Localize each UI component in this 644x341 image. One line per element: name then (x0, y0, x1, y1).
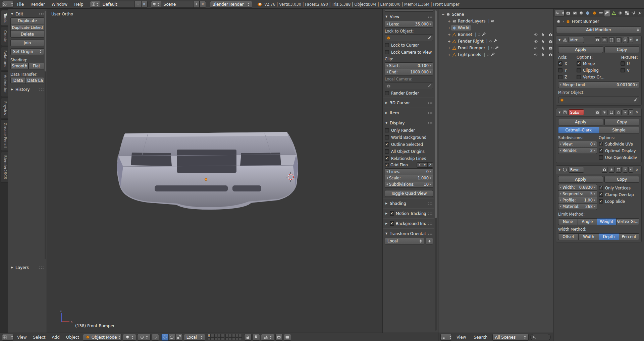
checkbox[interactable] (599, 192, 603, 197)
increment-arrow-icon[interactable] (594, 199, 595, 201)
simple-button[interactable]: Simple (599, 127, 640, 133)
mirror-modifier-header[interactable]: ▼ Mirr ✕ (556, 36, 641, 44)
checkbox[interactable] (385, 142, 389, 147)
editor-type-selector[interactable] (440, 334, 452, 341)
increment-arrow-icon[interactable] (594, 150, 595, 152)
join-button[interactable]: Join (10, 40, 44, 46)
layer-cell[interactable] (221, 337, 224, 340)
display-panel-header[interactable]: ▼Display (385, 119, 433, 126)
layer-cell[interactable] (221, 334, 224, 337)
outliner-search-input[interactable] (530, 334, 551, 340)
checkbox[interactable] (599, 149, 603, 153)
apply-button[interactable]: Apply (558, 176, 603, 183)
outline-selected-row[interactable]: Outline Selected (385, 141, 433, 148)
layer-cell[interactable] (239, 334, 242, 337)
expand-icon[interactable]: + (447, 46, 451, 50)
checkbox[interactable] (577, 68, 581, 72)
checkbox[interactable] (577, 75, 581, 79)
modifier-wrench-icon[interactable] (482, 33, 486, 37)
modifier-wrench-icon[interactable] (491, 53, 495, 57)
increment-arrow-icon[interactable] (430, 71, 431, 73)
tool-shelf-scrollbar-thumb[interactable] (45, 11, 46, 71)
tab-material[interactable] (617, 10, 623, 16)
bevel-width-field[interactable]: Width:0.6830 (558, 184, 597, 191)
layer-cell[interactable] (211, 337, 214, 340)
modifier-name-field[interactable]: Subs (569, 109, 584, 115)
lock-object-field[interactable] (385, 35, 433, 41)
layer-cell[interactable] (232, 337, 235, 340)
modifier-name-field[interactable]: Mirr (569, 37, 584, 43)
loop-slide-row[interactable]: Loop Slide (599, 198, 639, 205)
modifier-name-field[interactable]: Beve (569, 167, 584, 173)
item-panel-header[interactable]: ▶Item (385, 109, 433, 116)
expand-icon[interactable]: ▶ (10, 88, 14, 91)
lock-to-cursor-row[interactable]: Lock to Cursor (385, 42, 433, 48)
checkbox[interactable] (385, 43, 389, 47)
tab-physics[interactable] (637, 10, 643, 16)
add-scene-button[interactable] (193, 1, 200, 8)
width-depth-button[interactable]: Depth (599, 233, 619, 240)
panel-grip[interactable] (428, 122, 433, 124)
axis-x-row[interactable]: X (558, 60, 576, 67)
merge-limit-field[interactable]: Merge Limit:0.001000 (558, 81, 639, 88)
increment-arrow-icon[interactable] (430, 65, 431, 67)
shade-smooth-button[interactable]: Smooth (10, 63, 29, 69)
data-icon[interactable] (490, 46, 494, 50)
clip-end-field[interactable]: End:1000.000 (385, 69, 433, 75)
menu-render[interactable]: Render (28, 0, 48, 8)
tool-tab-grease-pencil[interactable]: Grease Pencil (1, 119, 8, 151)
display-mode-selector[interactable]: All Scenes (492, 334, 529, 341)
view-subdivisions-field[interactable]: View:0 (558, 141, 597, 148)
eyedropper-icon[interactable] (427, 84, 431, 88)
vertex-groups-row[interactable]: Vertex Gr... (577, 74, 620, 80)
toggle-quad-view-button[interactable]: Toggle Quad View (385, 190, 433, 197)
menu-help[interactable]: Help (71, 0, 86, 8)
layer-cell[interactable] (208, 334, 211, 337)
axis-z-row[interactable]: Z (558, 74, 576, 80)
increment-arrow-icon[interactable] (594, 193, 595, 195)
move-up-button[interactable] (623, 109, 628, 115)
axis-z-toggle[interactable]: Z (427, 162, 433, 168)
add-screen-layout-button[interactable] (135, 1, 141, 8)
layer-cell[interactable] (229, 337, 232, 340)
layer-cell[interactable] (235, 337, 238, 340)
delete-scene-button[interactable]: ✕ (200, 1, 206, 8)
scene-lock-toggle[interactable] (244, 334, 252, 341)
render-visibility-toggle[interactable] (595, 37, 600, 43)
editmode-visibility-toggle[interactable] (609, 37, 614, 43)
scene-browse-button[interactable] (151, 1, 161, 8)
decrement-arrow-icon[interactable] (386, 171, 388, 173)
expand-icon[interactable]: ▼ (10, 12, 14, 15)
move-down-button[interactable] (628, 37, 633, 43)
viewport-visibility-toggle[interactable] (602, 110, 607, 115)
layer-icon[interactable] (490, 19, 494, 23)
panel-grip[interactable] (428, 112, 433, 114)
increment-arrow-icon[interactable] (594, 206, 595, 208)
decrement-arrow-icon[interactable] (386, 71, 388, 73)
transform-orientations-panel-header[interactable]: ▼Transform Orientations (385, 230, 433, 237)
panel-grip[interactable] (428, 202, 433, 205)
decrement-arrow-icon[interactable] (386, 183, 388, 185)
screen-layout-browse-button[interactable] (90, 1, 100, 8)
bumper-model[interactable]: x z (47, 9, 382, 333)
expand-icon[interactable]: ▶ (385, 222, 388, 225)
viewport-shading-selector[interactable] (123, 334, 136, 341)
panel-grip[interactable] (39, 266, 44, 269)
menu-window[interactable]: Window (49, 0, 70, 8)
expand-icon[interactable]: ▼ (558, 39, 561, 42)
bevel-segments-field[interactable]: Segments:5 (558, 190, 597, 197)
outliner-row-scene[interactable]: − Scene (438, 11, 553, 18)
checkbox[interactable] (558, 61, 562, 66)
panel-grip[interactable] (428, 15, 433, 18)
layer-cell[interactable] (214, 334, 217, 337)
menu-file[interactable]: File (14, 0, 27, 8)
delete-modifier-icon[interactable]: ✕ (635, 168, 640, 172)
outliner-row-bonnet[interactable]: + Bonnet | (438, 31, 553, 38)
data-icon[interactable] (477, 33, 481, 37)
modifier-wrench-icon[interactable] (495, 46, 499, 50)
bevel-material-field[interactable]: Material:268 (558, 203, 597, 210)
tab-scene[interactable] (578, 10, 584, 16)
delete-modifier-icon[interactable]: ✕ (635, 110, 640, 115)
eyedropper-icon[interactable] (427, 36, 431, 40)
editor-type-selector[interactable] (2, 334, 13, 341)
